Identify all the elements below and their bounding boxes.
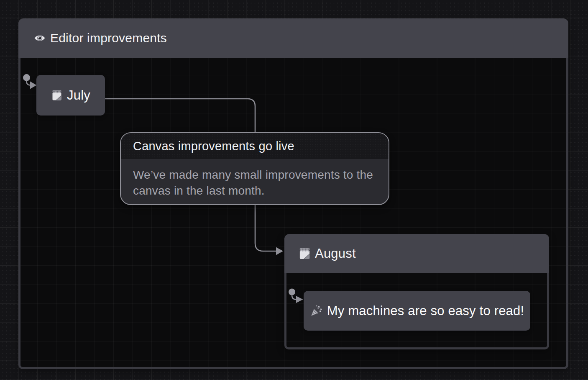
edge-july-to-august-lower[interactable] bbox=[255, 205, 276, 251]
state-label-my-machines: My machines are so easy to read! bbox=[327, 303, 524, 318]
edge-arrowhead-august bbox=[276, 247, 283, 255]
event-title: Canvas improvements go live bbox=[133, 139, 294, 153]
initial-state-marker-my-machines[interactable] bbox=[289, 289, 303, 303]
initial-state-marker-july[interactable] bbox=[23, 74, 37, 89]
state-node-july[interactable]: July bbox=[36, 75, 105, 116]
edge-july-to-august-upper[interactable] bbox=[105, 99, 255, 133]
state-node-my-machines[interactable]: My machines are so easy to read! bbox=[304, 291, 530, 331]
spiral-notepad-icon bbox=[51, 90, 63, 101]
editor-canvas[interactable]: Editor improvements August bbox=[0, 0, 588, 380]
party-popper-icon bbox=[310, 304, 323, 317]
event-title-row[interactable]: Canvas improvements go live bbox=[121, 133, 389, 159]
state-label-july: July bbox=[67, 88, 90, 103]
transition-event-card[interactable]: Canvas improvements go live We’ve made m… bbox=[120, 132, 389, 205]
event-description[interactable]: We’ve made many small improvements to th… bbox=[121, 159, 389, 199]
